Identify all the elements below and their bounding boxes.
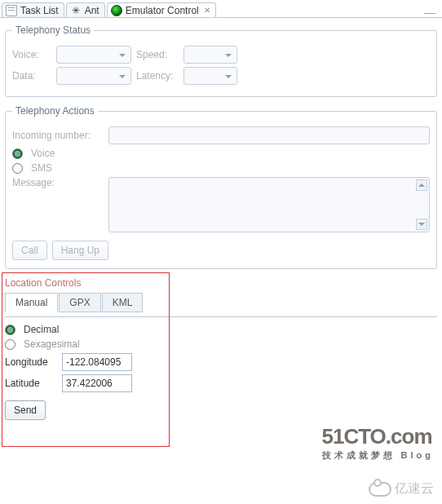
tab-label: Ant	[85, 5, 99, 16]
send-button[interactable]: Send	[5, 400, 46, 420]
tab-ant[interactable]: ✳ Ant	[66, 2, 105, 17]
data-dropdown[interactable]	[56, 67, 131, 85]
emulator-icon	[111, 5, 122, 16]
data-label: Data:	[12, 70, 51, 82]
hang-up-button[interactable]: Hang Up	[52, 241, 108, 260]
longitude-input[interactable]	[62, 353, 132, 371]
sms-radio[interactable]	[12, 163, 23, 174]
group-title: Location Controls	[5, 277, 437, 289]
tab-bar: Task List ✳ Ant Emulator Control ✕	[0, 0, 442, 18]
longitude-label: Longitude	[5, 356, 55, 368]
voice-radio[interactable]	[12, 148, 23, 159]
task-list-icon	[6, 5, 17, 16]
tab-kml[interactable]: KML	[102, 293, 144, 312]
sexagesimal-radio[interactable]	[5, 339, 15, 350]
minimize-icon[interactable]	[424, 9, 435, 14]
group-title: Telephony Status	[12, 24, 94, 36]
tab-gpx[interactable]: GPX	[59, 293, 100, 312]
call-button[interactable]: Call	[12, 241, 47, 260]
close-icon[interactable]: ✕	[204, 6, 210, 15]
cloud-icon	[369, 482, 391, 497]
message-textarea[interactable]	[108, 177, 430, 232]
voice-label: Voice:	[12, 49, 51, 60]
latitude-label: Latitude	[5, 378, 55, 389]
decimal-radio[interactable]	[5, 325, 15, 335]
ant-icon: ✳	[70, 5, 82, 16]
incoming-number-input[interactable]	[108, 126, 430, 144]
incoming-number-label: Incoming number:	[12, 130, 104, 141]
tab-emulator-control[interactable]: Emulator Control ✕	[107, 2, 216, 17]
latitude-input[interactable]	[62, 374, 132, 392]
speed-label: Speed:	[136, 49, 179, 60]
voice-dropdown[interactable]	[56, 46, 131, 64]
sexagesimal-radio-label: Sexagesimal	[24, 338, 80, 350]
watermark-yisu: 亿速云	[369, 480, 434, 497]
telephony-actions-group: Telephony Actions Incoming number: Voice…	[5, 105, 437, 269]
tab-task-list[interactable]: Task List	[2, 2, 64, 17]
scroll-up-icon[interactable]	[416, 179, 427, 191]
telephony-status-group: Telephony Status Voice: Speed: Data: Lat…	[5, 24, 437, 97]
location-controls-group: Location Controls Manual GPX KML Decimal…	[5, 277, 437, 420]
tab-manual[interactable]: Manual	[5, 293, 58, 312]
tab-label: Task List	[20, 5, 59, 16]
decimal-radio-label: Decimal	[24, 324, 59, 335]
speed-dropdown[interactable]	[183, 46, 237, 64]
sms-radio-label: SMS	[31, 162, 52, 174]
group-title: Telephony Actions	[12, 105, 98, 117]
scroll-down-icon[interactable]	[416, 219, 427, 230]
latency-label: Latency:	[136, 70, 179, 82]
message-label: Message:	[12, 177, 104, 188]
latency-dropdown[interactable]	[183, 67, 237, 85]
tab-label: Emulator Control	[126, 5, 199, 16]
voice-radio-label: Voice	[31, 148, 55, 159]
watermark-51cto: 51CTO.com 技术成就梦想 Blog	[322, 424, 435, 462]
